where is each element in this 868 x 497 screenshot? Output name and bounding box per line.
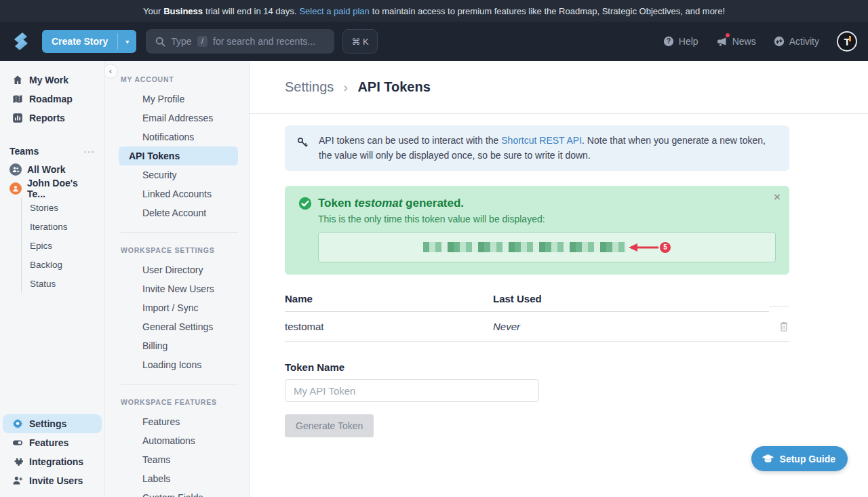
settings-nav-user-directory[interactable]: User Directory (119, 260, 238, 279)
settings-nav-linked-accounts[interactable]: Linked Accounts (119, 184, 238, 203)
invite-user-icon (12, 475, 23, 486)
team-avatar (9, 182, 22, 195)
key-icon (297, 137, 309, 148)
notification-dot (725, 33, 730, 38)
api-tokens-table: Name Last Used testomat Never (285, 289, 789, 342)
token-name-cell: testomat (285, 312, 493, 342)
puzzle-icon (12, 456, 23, 467)
sidebar-item-settings[interactable]: Settings (3, 414, 102, 433)
sidebar-item-features[interactable]: Features (3, 433, 102, 452)
settings-nav-security[interactable]: Security (119, 165, 238, 184)
settings-nav-labels[interactable]: Labels (119, 469, 238, 488)
search-placeholder-suffix: for search and recents... (213, 36, 315, 47)
settings-nav-automations[interactable]: Automations (119, 431, 238, 450)
settings-nav-general-settings[interactable]: General Settings (119, 317, 238, 336)
token-generated-alert: Token testomat generated. This is the on… (285, 186, 789, 275)
search-icon (155, 37, 165, 47)
activity-icon (774, 36, 785, 47)
gear-icon (12, 418, 23, 429)
sidebar-item-my-work[interactable]: My Work (3, 71, 102, 90)
roadmap-icon (12, 94, 23, 104)
token-name-label: Token Name (285, 361, 789, 373)
slash-key-hint: / (197, 36, 208, 47)
sidebar-item-all-work[interactable]: All Work (0, 160, 104, 179)
breadcrumb-settings[interactable]: Settings (285, 79, 334, 94)
activity-label: Activity (789, 36, 819, 47)
help-label: Help (679, 36, 698, 47)
alert-title-suffix: generated. (402, 197, 464, 210)
news-label: News (732, 36, 756, 47)
sidebar-item-epics[interactable]: Epics (30, 236, 104, 255)
trash-icon (778, 321, 789, 332)
bar-chart-icon (12, 113, 23, 123)
setup-guide-button[interactable]: Setup Guide (751, 446, 848, 471)
sidebar-item-status[interactable]: Status (30, 274, 104, 293)
banner-text-suffix: to maintain access to premium features l… (372, 6, 725, 16)
activity-button[interactable]: Activity (774, 36, 819, 47)
token-last-used-cell: Never (493, 312, 769, 342)
user-avatar[interactable]: T (837, 31, 857, 52)
settings-nav-api-tokens[interactable]: API Tokens (119, 146, 238, 165)
create-story-button[interactable]: Create Story ▾ (42, 30, 136, 53)
sidebar-item-backlog[interactable]: Backlog (30, 255, 104, 274)
settings-nav-features[interactable]: Features (119, 412, 238, 431)
breadcrumb: Settings › API Tokens (285, 79, 431, 95)
settings-sidebar: ‹ My Account My Profile Email Addresses … (105, 61, 250, 497)
settings-nav-billing[interactable]: Billing (119, 336, 238, 355)
alert-title: Token testomat generated. (298, 197, 776, 210)
delete-token-button[interactable] (769, 312, 789, 342)
sidebar-item-integrations[interactable]: Integrations (3, 452, 102, 471)
sidebar-item-john-does-team[interactable]: John Doe's Te... (0, 179, 104, 198)
page-title: API Tokens (357, 79, 430, 94)
section-header-workspace-settings: Workspace Settings (105, 241, 249, 260)
column-header-name: Name (285, 289, 493, 312)
settings-nav-my-profile[interactable]: My Profile (119, 90, 238, 108)
all-work-avatar (9, 163, 22, 176)
shortcut-rest-api-link[interactable]: Shortcut REST API (501, 135, 582, 146)
search-input[interactable]: Type / for search and recents... (146, 29, 334, 54)
help-button[interactable]: ? Help (663, 36, 698, 47)
settings-nav-custom-fields[interactable]: Custom Fields (119, 488, 238, 497)
news-button[interactable]: News (716, 36, 756, 47)
settings-nav-teams[interactable]: Teams (119, 450, 238, 469)
sidebar-item-invite-users[interactable]: Invite Users (3, 471, 102, 490)
token-value-redacted (423, 242, 627, 252)
sidebar-item-reports[interactable]: Reports (3, 108, 102, 127)
setup-guide-label: Setup Guide (780, 454, 835, 464)
alert-subtitle: This is the only time this token value w… (318, 214, 776, 224)
settings-nav-notifications[interactable]: Notifications (119, 127, 238, 146)
breadcrumb-separator: › (344, 81, 348, 94)
sidebar-item-stories[interactable]: Stories (30, 198, 104, 217)
token-name-input[interactable] (285, 379, 539, 402)
check-circle-icon (298, 197, 312, 210)
column-header-last-used: Last Used (493, 289, 769, 312)
banner-text-middle: trial will end in 14 days. (205, 6, 296, 16)
section-header-workspace-features: Workspace Features (105, 393, 249, 412)
table-row: testomat Never (285, 312, 789, 342)
settings-nav-delete-account[interactable]: Delete Account (119, 203, 238, 222)
settings-nav-import-sync[interactable]: Import / Sync (119, 298, 238, 317)
close-icon[interactable]: × (774, 191, 781, 203)
teams-menu-icon[interactable]: ··· (83, 146, 95, 157)
graduation-cap-icon (762, 454, 774, 464)
chevron-down-icon[interactable]: ▾ (118, 30, 136, 53)
select-paid-plan-link[interactable]: Select a paid plan (299, 6, 369, 16)
primary-sidebar: My Work Roadmap Reports Teams ··· (0, 61, 105, 497)
cmd-k-shortcut[interactable]: ⌘ K (342, 29, 377, 54)
section-header-my-account: My Account (105, 71, 249, 90)
svg-text:?: ? (667, 37, 671, 45)
settings-nav-loading-icons[interactable]: Loading Icons (119, 355, 238, 374)
page-header: Settings › API Tokens (250, 61, 868, 114)
settings-nav-email-addresses[interactable]: Email Addresses (119, 108, 238, 127)
settings-nav-invite-new-users[interactable]: Invite New Users (119, 279, 238, 298)
search-placeholder-prefix: Type (171, 36, 191, 47)
sidebar-item-iterations[interactable]: Iterations (30, 217, 104, 236)
generate-token-button[interactable]: Generate Token (285, 414, 374, 437)
banner-plan-name: Business (163, 6, 203, 16)
sidebar-item-roadmap[interactable]: Roadmap (3, 90, 102, 108)
trial-banner: Your Business trial will end in 14 days.… (0, 0, 868, 22)
table-header-row: Name Last Used (285, 289, 789, 312)
alert-title-prefix: Token (318, 197, 355, 210)
teams-section-header: Teams ··· (0, 142, 104, 160)
shortcut-logo-icon[interactable] (11, 31, 31, 52)
